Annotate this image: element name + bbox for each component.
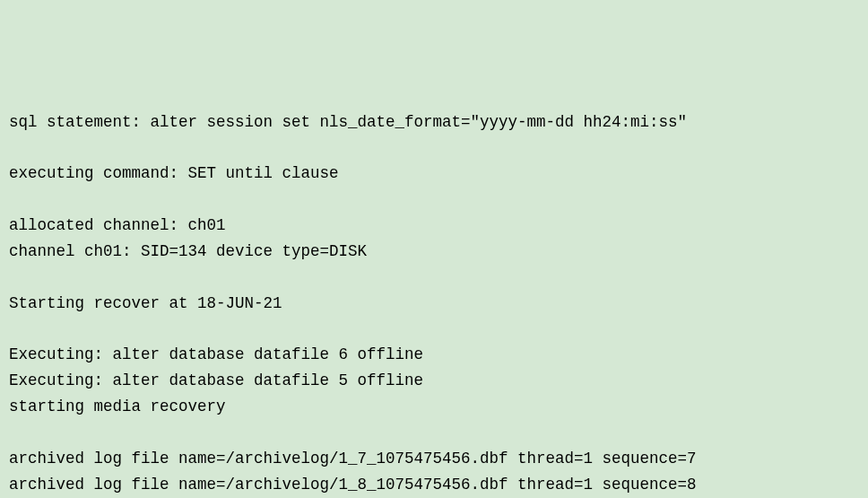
output-line-starting-media-recovery: starting media recovery (9, 398, 226, 415)
output-line-archived-log-2: archived log file name=/archivelog/1_8_1… (9, 476, 697, 494)
output-line-executing-datafile-5: Executing: alter database datafile 5 off… (9, 371, 423, 389)
output-line-allocated-channel: allocated channel: ch01 (9, 216, 226, 234)
output-line-starting-recover: Starting recover at 18-JUN-21 (9, 294, 282, 312)
output-line-sql-statement: sql statement: alter session set nls_dat… (9, 113, 687, 131)
output-line-executing-datafile-6: Executing: alter database datafile 6 off… (9, 345, 423, 363)
output-line-channel-info: channel ch01: SID=134 device type=DISK (9, 242, 367, 260)
output-line-executing-command: executing command: SET until clause (9, 164, 339, 182)
output-line-archived-log-1: archived log file name=/archivelog/1_7_1… (9, 450, 697, 467)
terminal-output-block: sql statement: alter session set nls_dat… (9, 109, 859, 499)
